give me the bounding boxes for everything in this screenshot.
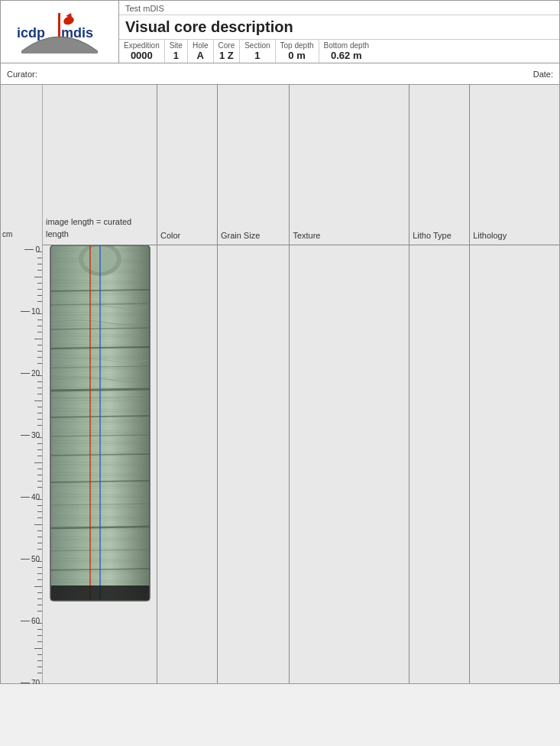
- tick-minor: [37, 475, 42, 475]
- tick-major: [21, 435, 30, 436]
- section-cell: Section 1: [240, 40, 275, 63]
- tick-major: [21, 497, 30, 498]
- tick-minor: [37, 481, 42, 482]
- tick-minor: [37, 660, 42, 661]
- grain-size-column: Grain Size: [218, 85, 290, 683]
- depth-mark-40: 40: [1, 493, 43, 501]
- app-system-name: Test mDIS: [119, 1, 559, 15]
- tick-minor: [37, 469, 42, 469]
- bottom-depth-cell: Bottom depth 0.62 m: [319, 40, 374, 63]
- tick-minor: [37, 289, 42, 290]
- tick-major: [21, 311, 30, 312]
- tick-minor: [37, 456, 42, 456]
- depth-mark-label: 40: [31, 493, 40, 501]
- core-image-body: [43, 245, 157, 683]
- title-area: Test mDIS Visual core description Expedi…: [119, 1, 559, 63]
- tick-minor: [37, 295, 42, 296]
- grain-size-body: [218, 245, 290, 681]
- core-image-column: image length = curated length: [43, 85, 157, 683]
- tick-minor: [37, 673, 42, 673]
- tick-major: [21, 683, 30, 683]
- tick-minor: [34, 277, 42, 277]
- page-title: Visual core description: [119, 15, 559, 40]
- svg-point-2: [63, 15, 76, 26]
- section-value: 1: [254, 50, 260, 61]
- tick-major: [24, 249, 34, 250]
- depth-mark-label: 70: [31, 679, 40, 684]
- lithology-body: [470, 245, 559, 681]
- tick-minor: [37, 419, 42, 420]
- tick-minor: [34, 462, 42, 463]
- tick-minor: [37, 449, 42, 450]
- hole-cell: Hole A: [188, 40, 214, 63]
- texture-header: Texture: [290, 85, 409, 245]
- scale-column: cm 010203040506070: [1, 85, 43, 683]
- tick-minor: [37, 283, 42, 284]
- depth-mark-label: 10: [31, 307, 40, 316]
- tick-major: [21, 373, 30, 374]
- logo-svg: icdp mdis: [14, 7, 105, 57]
- core-value: 1 Z: [219, 50, 234, 61]
- color-header: Color: [157, 85, 217, 245]
- litho-type-body: [409, 245, 469, 681]
- logo-area: icdp mdis: [1, 1, 119, 63]
- meta-row: Expedition 0000 Site 1 Hole A Core 1 Z S…: [119, 40, 559, 63]
- tick-minor: [37, 605, 42, 605]
- tick-minor: [37, 654, 42, 655]
- depth-mark-10: 10: [1, 307, 43, 316]
- tick-minor: [37, 543, 42, 543]
- depth-mark-label: 50: [31, 555, 40, 563]
- tick-minor: [37, 394, 42, 394]
- tick-minor: [37, 505, 42, 506]
- depth-mark-label: 30: [31, 431, 40, 439]
- tick-minor: [37, 511, 42, 512]
- tick-major: [21, 559, 30, 560]
- tick-minor: [37, 579, 42, 580]
- tick-minor: [37, 388, 42, 388]
- tick-minor: [37, 629, 42, 630]
- tick-minor: [37, 667, 42, 667]
- tick-minor: [37, 425, 42, 426]
- hole-label: Hole: [193, 41, 209, 50]
- hole-value: A: [197, 50, 204, 61]
- cm-label: cm: [2, 230, 12, 238]
- tick-minor: [37, 319, 42, 320]
- tick-minor: [37, 332, 42, 332]
- depth-mark-60: 60: [1, 617, 43, 625]
- expedition-label: Expedition: [124, 41, 160, 50]
- curator-label: Curator:: [7, 70, 37, 79]
- color-body: [157, 245, 217, 681]
- core-label: Core: [218, 41, 235, 50]
- depth-mark-label: 60: [31, 617, 40, 625]
- texture-label: Texture: [293, 231, 320, 240]
- header: icdp mdis Test mDIS Visual core descript…: [0, 0, 560, 63]
- color-column: Color: [157, 85, 218, 683]
- section-label: Section: [244, 41, 270, 50]
- tick-minor: [34, 524, 42, 525]
- litho-type-label: Litho Type: [413, 231, 452, 240]
- tick-minor: [37, 592, 42, 593]
- site-value: 1: [173, 50, 179, 61]
- texture-body: [290, 245, 409, 681]
- tick-minor: [37, 549, 42, 550]
- tick-minor: [37, 357, 42, 358]
- image-length-label: image length = curated length: [46, 216, 154, 240]
- color-label: Color: [160, 231, 180, 240]
- tick-minor: [34, 401, 42, 401]
- tick-minor: [37, 530, 42, 531]
- tick-minor: [37, 363, 42, 364]
- expedition-value: 0000: [131, 50, 153, 61]
- top-depth-value: 0 m: [288, 50, 305, 61]
- depth-mark-50: 50: [1, 555, 43, 563]
- tick-minor: [34, 339, 42, 339]
- tick-minor: [34, 648, 42, 649]
- site-cell: Site 1: [165, 40, 188, 63]
- depth-mark-label: 0: [35, 245, 40, 254]
- expedition-cell: Expedition 0000: [119, 40, 165, 63]
- bottom-depth-value: 0.62 m: [331, 50, 361, 61]
- tick-minor: [37, 487, 42, 488]
- svg-text:icdp: icdp: [17, 25, 45, 41]
- tick-minor: [37, 517, 42, 518]
- tick-minor: [37, 351, 42, 352]
- tick-minor: [37, 611, 42, 611]
